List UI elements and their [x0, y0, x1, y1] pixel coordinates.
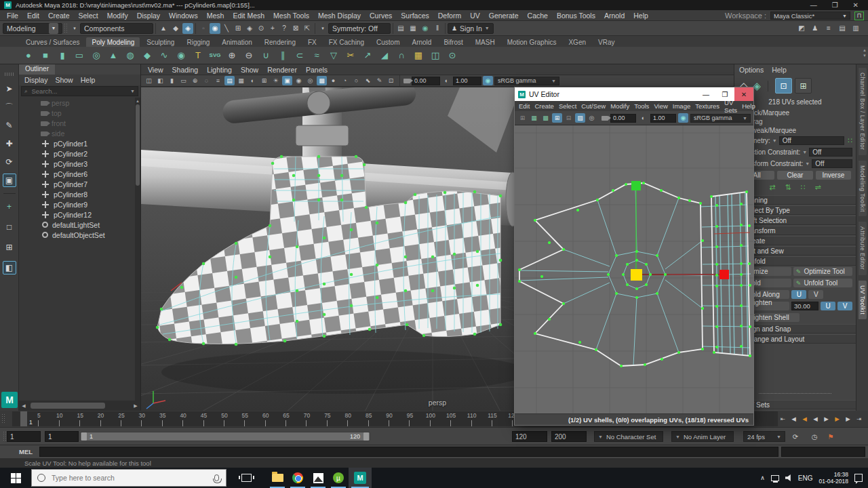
- microphone-icon[interactable]: [214, 474, 219, 481]
- viewport-toolbar-icon[interactable]: ◌: [201, 76, 212, 85]
- convert-selection-icon[interactable]: ∷: [801, 183, 806, 192]
- sidebar-vertical-tab[interactable]: Modeling Toolkit: [859, 161, 867, 217]
- maya-taskbar-button[interactable]: M: [349, 468, 372, 488]
- outliner-item[interactable]: defaultObjectSet: [19, 230, 135, 240]
- uv-exposure-field[interactable]: [610, 114, 636, 123]
- layout-button[interactable]: +: [3, 200, 16, 214]
- unfold-along-u-button[interactable]: U: [791, 290, 806, 299]
- chevron-down-icon[interactable]: ▼: [772, 138, 777, 143]
- menu-item[interactable]: Generate: [489, 12, 519, 20]
- viewport-toolbar-icon[interactable]: ◧: [155, 76, 165, 85]
- uv-toolbar-icon[interactable]: ▨: [575, 113, 585, 123]
- shelf-tab[interactable]: Animation: [216, 37, 257, 47]
- menu-item[interactable]: Help: [633, 12, 648, 20]
- playback-loop-icon[interactable]: ⟳: [789, 431, 802, 442]
- workspace-dropdown[interactable]: Maya Classic*▼: [770, 12, 850, 20]
- viewport-toolbar-icon[interactable]: ▦: [236, 76, 246, 85]
- utorrent-button[interactable]: µ: [328, 468, 349, 488]
- viewport-toolbar-icon[interactable]: ◉: [294, 76, 304, 85]
- color-management-icon[interactable]: ◉: [678, 113, 688, 123]
- viewport-toolbar-icon[interactable]: ◫: [144, 76, 154, 85]
- outliner-item[interactable]: pCylinder6: [19, 169, 135, 179]
- outliner-item[interactable]: top: [19, 108, 135, 118]
- scale-u-handle[interactable]: [719, 270, 729, 279]
- viewport-toolbar-icon[interactable]: ◎: [305, 76, 315, 85]
- menu-item[interactable]: Arnold: [604, 12, 625, 20]
- snap-icon[interactable]: ⊞: [233, 23, 243, 34]
- uv-minimize-button[interactable]: —: [696, 87, 715, 101]
- outliner-horizontal-scrollbar[interactable]: ◀▶: [19, 401, 140, 411]
- shelf-tool-icon[interactable]: ∪: [258, 47, 274, 64]
- shelf-tool-icon[interactable]: ∩: [393, 47, 410, 64]
- chrome-button[interactable]: [288, 468, 308, 488]
- selection-mask-arrow-icon[interactable]: ▾: [69, 23, 80, 34]
- viewport-toolbar-icon[interactable]: ▭: [178, 76, 189, 85]
- menu-item[interactable]: Create: [48, 12, 70, 20]
- playback-end-field[interactable]: [512, 431, 547, 442]
- menu-item[interactable]: Windows: [169, 12, 198, 20]
- viewport-toolbar-icon[interactable]: ▩: [317, 76, 327, 85]
- panel-toggle-icon[interactable]: ▤: [837, 23, 848, 34]
- panel-toggle-icon[interactable]: ≡: [823, 23, 834, 34]
- shelf-scroll-arrows[interactable]: ▲▼: [863, 47, 867, 59]
- snap-icon[interactable]: ▫: [198, 23, 209, 34]
- shelf-tool-icon[interactable]: SVG: [207, 47, 223, 64]
- toolkit-menu-item[interactable]: Options: [739, 66, 764, 74]
- outliner-search[interactable]: ⌕ ▼: [21, 86, 138, 96]
- playback-button[interactable]: ◀: [810, 414, 821, 424]
- snap-icon[interactable]: ⊙: [256, 23, 267, 34]
- menu-set-dropdown[interactable]: Modeling▼: [3, 23, 62, 34]
- range-start-handle[interactable]: [81, 432, 87, 441]
- uv-editor-menu-item[interactable]: Textures: [695, 102, 719, 110]
- uv-color-space-dropdown[interactable]: sRGB gamma▼: [690, 114, 751, 123]
- render-icon[interactable]: ◉: [420, 23, 431, 34]
- shelf-tab[interactable]: Sculpting: [141, 37, 180, 47]
- speaker-icon[interactable]: [785, 474, 792, 481]
- outliner-search-input[interactable]: [30, 87, 127, 96]
- outliner-menu-item[interactable]: Help: [81, 76, 96, 84]
- shelf-tab[interactable]: Bifrost: [438, 37, 468, 47]
- shelf-tab[interactable]: MASH: [470, 37, 500, 47]
- uv-editor-menu-item[interactable]: Image: [673, 102, 690, 110]
- uv-editor-menu-item[interactable]: Edit: [519, 102, 530, 110]
- uv-editor-menu-item[interactable]: Create: [534, 102, 554, 110]
- panel-toggle-icon[interactable]: ▥: [850, 23, 861, 34]
- convert-selection-icon[interactable]: ⇌: [815, 183, 821, 192]
- toolbox-tool[interactable]: ✚: [3, 137, 16, 150]
- render-icon[interactable]: ▤: [395, 23, 406, 34]
- uv-toolbar-icon[interactable]: ⊞: [552, 113, 562, 123]
- viewport-gamma-field[interactable]: [453, 77, 481, 85]
- menu-item[interactable]: Surfaces: [401, 12, 429, 20]
- shelf-tab[interactable]: FX Caching: [323, 37, 370, 47]
- grip[interactable]: [64, 24, 67, 33]
- shelf-tool-icon[interactable]: ▮: [54, 47, 71, 64]
- uv-editor-window[interactable]: M UV Editor — ❐ ✕ EditCreateSelectCut/Se…: [514, 87, 754, 426]
- uv-editor-titlebar[interactable]: M UV Editor — ❐ ✕: [515, 87, 753, 101]
- minimize-button[interactable]: —: [810, 1, 817, 9]
- transform-constraint-value[interactable]: Off: [812, 159, 852, 168]
- fps-dropdown[interactable]: 24 fps▼: [743, 431, 785, 442]
- command-line-input[interactable]: [39, 447, 778, 457]
- shelf-tab[interactable]: Rigging: [181, 37, 215, 47]
- shelf-tool-icon[interactable]: ▦: [410, 47, 427, 64]
- unfold-along-v-button[interactable]: V: [808, 290, 823, 299]
- shelf-tool-icon[interactable]: ▲: [105, 47, 121, 64]
- viewport-menu-item[interactable]: Panels: [306, 66, 328, 74]
- menu-item[interactable]: Edit Mesh: [233, 12, 264, 20]
- shelf-tab[interactable]: Poly Modeling: [86, 37, 140, 47]
- chevron-down-icon[interactable]: ▼: [130, 89, 135, 94]
- uv-editor-menu-item[interactable]: Modify: [610, 102, 629, 110]
- anim-layer-dropdown[interactable]: ▼No Anim Layer: [671, 431, 734, 442]
- snap-icon[interactable]: ⊠: [290, 23, 301, 34]
- selection-mask-dropdown[interactable]: Components: [80, 23, 153, 34]
- workspace-lock-icon[interactable]: ⊓: [854, 12, 864, 20]
- selection-mode-icon[interactable]: ▲: [158, 23, 169, 34]
- shelf-tool-icon[interactable]: ▭: [71, 47, 87, 64]
- viewport-toolbar-icon[interactable]: ⊞: [259, 76, 269, 85]
- shelf-tool-icon[interactable]: ⊕: [224, 47, 240, 64]
- symmetry-grid-icon[interactable]: ∷: [848, 136, 852, 145]
- shelf-tab[interactable]: Rendering: [259, 37, 301, 47]
- layout-button[interactable]: ◧: [3, 261, 16, 274]
- shelf-tab[interactable]: Motion Graphics: [502, 37, 562, 47]
- toolkit-tool-button[interactable]: ⊞: [795, 78, 812, 94]
